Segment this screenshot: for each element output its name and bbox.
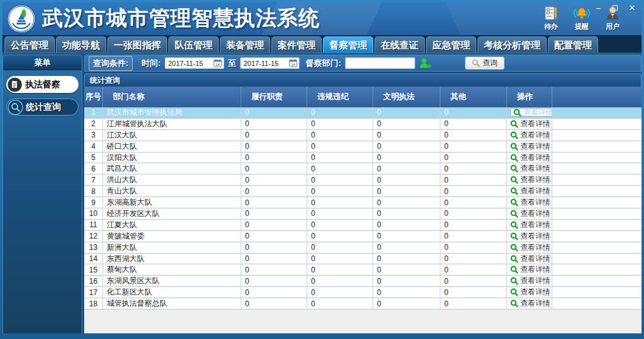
value-cell: 0	[307, 130, 373, 141]
value-cell: 0	[307, 220, 373, 231]
table-row[interactable]: 17化工新区大队0000查看详情	[84, 287, 641, 298]
department-name-cell: 江夏大队	[103, 220, 241, 231]
nav-tab-2[interactable]: 一张图指挥	[107, 36, 167, 53]
view-detail-link[interactable]: 查看详情	[510, 130, 550, 141]
view-detail-link[interactable]: 查看详情	[510, 175, 550, 185]
date-to-value: 2017-11-15	[244, 60, 287, 67]
value-cell: 0	[241, 175, 307, 186]
view-detail-link[interactable]: 查看详情	[510, 254, 550, 264]
view-detail-link[interactable]: 查看详情	[510, 186, 550, 196]
calendar-icon[interactable]: 14	[214, 59, 222, 67]
sidebar-item-law-supervision[interactable]: 执法督察	[6, 76, 79, 93]
table-row[interactable]: 14东西湖大队0000查看详情	[84, 254, 641, 265]
view-detail-link[interactable]: 查看详情	[510, 108, 552, 117]
table-row[interactable]: 8青山大队0000查看详情	[84, 186, 641, 197]
value-cell: 0	[241, 130, 307, 141]
table-row[interactable]: 10经济开发区大队0000查看详情	[84, 208, 641, 220]
table-row[interactable]: 4硚口大队0000查看详情	[84, 141, 641, 153]
nav-tab-6[interactable]: 督察管理	[323, 36, 373, 53]
view-detail-label: 查看详情	[520, 242, 550, 253]
row-number-cell: 15	[84, 264, 103, 276]
row-number-cell: 5	[84, 153, 103, 164]
close-icon[interactable]	[628, 4, 636, 13]
value-cell: 0	[241, 264, 307, 276]
nav-tab-1[interactable]: 功能导航	[56, 36, 106, 53]
filler-cell	[552, 208, 641, 220]
view-detail-link[interactable]: 查看详情	[510, 141, 550, 152]
table-row[interactable]: 16东湖风景区大队0000查看详情	[84, 276, 641, 287]
date-from-input[interactable]: 2017-11-15 14	[165, 57, 224, 69]
table-row[interactable]: 3江汉大队0000查看详情	[84, 130, 641, 141]
sidebar-item-statistics-query[interactable]: 统计查询	[6, 99, 79, 116]
value-cell: 0	[241, 208, 307, 220]
person-add-icon[interactable]	[419, 57, 432, 69]
date-to-input[interactable]: 2017-11-15 14	[240, 57, 300, 69]
value-cell: 0	[307, 175, 373, 186]
view-detail-link[interactable]: 查看详情	[510, 242, 550, 253]
view-detail-magnifier-icon	[510, 198, 518, 207]
alerts-button[interactable]: 提醒	[572, 6, 591, 31]
view-detail-magnifier-icon	[510, 288, 518, 296]
table-row[interactable]: 11江夏大队0000查看详情	[84, 220, 641, 231]
app-header: 武汉市城市管理智慧执法系统 待办	[3, 2, 641, 35]
minimize-icon[interactable]	[594, 4, 603, 13]
nav-tab-7[interactable]: 在线查证	[374, 36, 425, 53]
value-cell: 0	[373, 220, 440, 231]
supervision-dept-label: 督察部门:	[306, 58, 341, 69]
value-cell: 0	[373, 197, 440, 208]
view-detail-link[interactable]: 查看详情	[510, 163, 550, 174]
view-detail-label: 查看详情	[520, 186, 550, 196]
operation-cell: 查看详情	[507, 197, 552, 208]
user-label: 用户	[606, 22, 619, 31]
query-bar: 查询条件: 时间: 2017-11-15 14 至	[84, 55, 641, 72]
nav-tab-10[interactable]: 配置管理	[548, 36, 598, 53]
maximize-icon[interactable]	[611, 4, 619, 13]
table-row[interactable]: 5汉阳大队0000查看详情	[84, 153, 641, 164]
view-detail-link[interactable]: 查看详情	[510, 231, 550, 242]
todo-button[interactable]: 待办	[543, 6, 559, 31]
operation-cell: 查看详情	[507, 141, 552, 153]
view-detail-link[interactable]: 查看详情	[510, 220, 550, 230]
operation-cell: 查看详情	[507, 153, 552, 164]
row-number-cell: 3	[84, 130, 103, 141]
value-cell: 0	[373, 287, 440, 298]
view-detail-link[interactable]: 查看详情	[510, 197, 550, 208]
nav-tab-5[interactable]: 案件管理	[271, 36, 322, 53]
view-detail-link[interactable]: 查看详情	[510, 153, 550, 163]
table-row[interactable]: 9东湖高新大队0000查看详情	[84, 197, 641, 208]
view-detail-link[interactable]: 查看详情	[510, 287, 550, 298]
view-detail-label: 查看详情	[523, 107, 552, 118]
value-cell: 0	[307, 298, 373, 309]
view-detail-link[interactable]: 查看详情	[510, 119, 550, 129]
calendar-icon[interactable]: 14	[289, 59, 297, 67]
table-row[interactable]: 15蔡甸大队0000查看详情	[84, 264, 641, 276]
table-row[interactable]: 7洪山大队0000查看详情	[84, 175, 641, 186]
table-body: 1武汉市城市管理执法局0000查看详情2江岸城管执法大队0000查看详情3江汉大…	[84, 107, 641, 333]
nav-tab-3[interactable]: 队伍管理	[168, 36, 219, 53]
search-button[interactable]: 查询	[465, 56, 505, 70]
supervision-dept-input[interactable]	[345, 57, 415, 69]
operation-cell: 查看详情	[507, 242, 552, 254]
view-detail-link[interactable]: 查看详情	[510, 264, 550, 275]
table-row[interactable]: 2江岸城管执法大队0000查看详情	[84, 119, 641, 130]
table-row[interactable]: 18城管执法督察总队0000查看详情	[84, 298, 641, 309]
filler-cell	[552, 107, 641, 119]
value-cell: 0	[440, 231, 507, 242]
table-row[interactable]: 1武汉市城市管理执法局0000查看详情	[84, 107, 641, 119]
view-detail-label: 查看详情	[520, 153, 550, 163]
table-row[interactable]: 13新洲大队0000查看详情	[84, 242, 641, 254]
table-row[interactable]: 6武昌大队0000查看详情	[84, 163, 641, 175]
view-detail-label: 查看详情	[520, 231, 550, 242]
view-detail-link[interactable]: 查看详情	[510, 208, 550, 219]
table-row[interactable]: 12黄陂城管委0000查看详情	[84, 231, 641, 242]
view-detail-link[interactable]: 查看详情	[510, 298, 550, 309]
nav-tab-0[interactable]: 公告管理	[4, 36, 55, 53]
column-header: 违规违纪	[307, 87, 373, 107]
nav-tab-9[interactable]: 考核分析管理	[478, 36, 547, 53]
view-detail-link[interactable]: 查看详情	[510, 276, 550, 286]
nav-tab-8[interactable]: 应急管理	[426, 36, 476, 53]
nav-tab-4[interactable]: 装备管理	[220, 36, 270, 53]
sidebar-item-label: 统计查询	[26, 102, 61, 113]
view-detail-label: 查看详情	[520, 175, 550, 185]
department-name-cell: 江汉大队	[103, 130, 241, 141]
